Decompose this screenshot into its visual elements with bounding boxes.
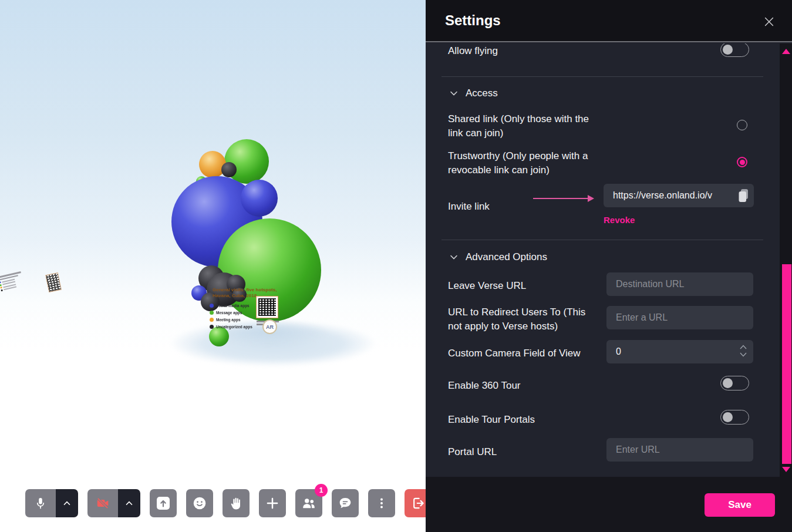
microphone-options-button[interactable] (56, 489, 78, 517)
camera-fov-label: Custom Camera Field of View (448, 346, 581, 361)
camera-options-button[interactable] (118, 489, 140, 517)
legend-item: Uncategorized apps (210, 323, 252, 330)
invite-pointer-arrow (533, 195, 594, 202)
chevron-down-icon (449, 252, 459, 262)
invite-link-label: Invite link (448, 200, 490, 214)
qr-code-distant (45, 272, 62, 292)
microphone-button[interactable] (25, 489, 56, 517)
participants-badge: 1 (315, 484, 328, 497)
raise-hand-button[interactable] (223, 489, 250, 517)
hotspot-legend: Social media apps Message apps Meeting a… (210, 302, 252, 330)
legend-dot-green (210, 311, 214, 315)
divider (442, 76, 763, 77)
scroll-thumb[interactable] (782, 264, 791, 464)
advanced-options-label: Advanced Options (466, 251, 547, 263)
participants-button[interactable]: 1 (295, 489, 322, 517)
camera-off-button[interactable] (87, 489, 118, 517)
allow-flying-toggle[interactable] (720, 43, 749, 57)
sphere-blue-small (241, 180, 278, 217)
emoji-icon (192, 496, 207, 511)
camera-fov-input[interactable] (606, 340, 753, 363)
legend-dot-black (210, 325, 214, 329)
panel-scrollbar[interactable] (780, 43, 792, 532)
number-spinner[interactable] (739, 344, 747, 358)
camera-off-icon (95, 496, 110, 511)
trustworthy-radio[interactable] (737, 157, 747, 167)
microphone-split-button (25, 489, 78, 517)
plus-icon (265, 496, 280, 511)
enable-tour-portals-label: Enable Tour Portals (448, 413, 535, 427)
chevron-down-icon (449, 89, 459, 98)
spinner-down-icon[interactable] (739, 352, 747, 358)
shared-link-radio[interactable] (737, 120, 747, 130)
copy-icon[interactable] (737, 188, 749, 203)
revoke-link[interactable]: Revoke (604, 215, 635, 225)
legend-dot-blue (210, 304, 214, 308)
advanced-options-header[interactable]: Advanced Options (449, 251, 547, 263)
legend-item: Meeting apps (210, 316, 252, 323)
settings-body: Allow flying Access Shared link (Only th… (426, 43, 780, 477)
add-button[interactable] (259, 489, 286, 517)
shared-link-label: Shared link (Only those with the link ca… (448, 112, 598, 140)
hotspot-sign-distant (0, 269, 32, 305)
redirect-url-label: URL to Redirect Users To (This not apply… (448, 305, 592, 334)
portal-url-label: Portal URL (448, 445, 497, 459)
chat-button[interactable] (332, 489, 359, 517)
raise-hand-icon (229, 496, 243, 510)
trustworthy-label: Trustworthy (Only people with a revocabl… (448, 149, 598, 177)
kebab-menu-icon (375, 496, 389, 510)
leave-verse-url-label: Leave Verse URL (448, 279, 526, 293)
more-options-button[interactable] (368, 489, 395, 517)
spinner-up-icon[interactable] (739, 344, 747, 350)
invite-link-input[interactable] (604, 184, 754, 207)
access-section-label: Access (466, 87, 498, 99)
access-section-header[interactable]: Access (449, 87, 498, 99)
sphere-green-top (224, 139, 269, 184)
redirect-url-input[interactable] (606, 306, 753, 329)
screen-share-button[interactable] (150, 489, 177, 517)
scroll-down-arrow[interactable] (782, 467, 790, 472)
camera-split-button (87, 489, 140, 517)
legend-item: Social media apps (210, 302, 252, 309)
chevron-up-icon (62, 498, 72, 509)
settings-footer: Save (426, 477, 792, 532)
leave-verse-url-input[interactable] (606, 272, 753, 296)
emoji-button[interactable] (186, 489, 213, 517)
screen-share-icon (156, 496, 171, 511)
settings-title: Settings (445, 12, 501, 29)
app-window: General visits: five hotspots, Havana, C… (0, 0, 792, 532)
leave-icon (410, 496, 426, 511)
participants-icon (301, 496, 316, 511)
portal-url-input[interactable] (606, 438, 753, 462)
close-icon[interactable] (763, 15, 776, 28)
enable-tour-portals-toggle[interactable] (720, 410, 749, 425)
camera-fov-field (606, 340, 753, 363)
settings-header: Settings (426, 0, 792, 42)
divider (442, 240, 763, 240)
sphere-dark-small (221, 162, 237, 177)
scroll-up-arrow[interactable] (782, 49, 790, 54)
legend-item: Message apps (210, 309, 252, 316)
invite-link-field (604, 184, 754, 207)
chevron-up-icon (124, 498, 134, 509)
bottom-toolbar: 1 (25, 489, 432, 517)
qr-code (256, 296, 278, 318)
enable-360-tour-toggle[interactable] (720, 376, 749, 390)
save-button[interactable]: Save (705, 493, 775, 517)
legend-dot-orange (210, 318, 214, 322)
allow-flying-label: Allow flying (448, 44, 498, 58)
enable-360-tour-label: Enable 360 Tour (448, 379, 521, 393)
chat-icon (338, 496, 353, 511)
settings-panel: Settings Allow flying Access Shared link… (426, 0, 792, 532)
sphere-orange (199, 151, 226, 178)
microphone-icon (33, 496, 48, 510)
ar-badge[interactable]: AR (262, 319, 277, 334)
